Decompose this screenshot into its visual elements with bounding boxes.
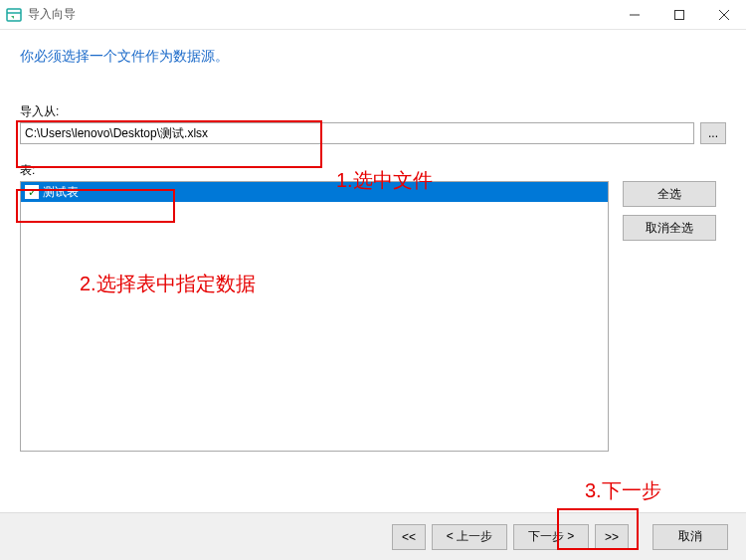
table-list[interactable]: ✓ 测试表 — [20, 181, 609, 452]
side-buttons: 全选 取消全选 — [623, 181, 716, 452]
select-all-button[interactable]: 全选 — [623, 181, 716, 207]
browse-button[interactable]: ... — [700, 122, 726, 144]
cancel-button[interactable]: 取消 — [653, 524, 728, 550]
last-button[interactable]: >> — [595, 524, 629, 550]
window-title: 导入向导 — [28, 6, 76, 23]
check-icon: ✓ — [25, 185, 39, 199]
close-button[interactable] — [701, 0, 746, 30]
table-item[interactable]: ✓ 测试表 — [21, 182, 608, 202]
annotation-text-3: 3.下一步 — [585, 477, 661, 504]
first-button[interactable]: << — [392, 524, 426, 550]
page-heading: 你必须选择一个文件作为数据源。 — [20, 48, 726, 66]
table-section: 表: ✓ 测试表 全选 取消全选 — [20, 162, 726, 452]
content-area: 你必须选择一个文件作为数据源。 导入从: ... 表: ✓ 测试表 全选 取消全… — [0, 30, 746, 452]
import-section: 导入从: ... — [20, 103, 726, 144]
table-item-label: 测试表 — [43, 184, 79, 201]
import-from-label: 导入从: — [20, 103, 726, 120]
file-path-input[interactable] — [20, 122, 694, 144]
maximize-button[interactable] — [656, 0, 701, 30]
tables-label: 表: — [20, 163, 35, 177]
app-icon — [6, 7, 22, 23]
deselect-all-button[interactable]: 取消全选 — [623, 215, 716, 241]
titlebar: 导入向导 — [0, 0, 746, 30]
svg-rect-3 — [674, 10, 683, 19]
next-button[interactable]: 下一步 > — [513, 524, 589, 550]
svg-rect-0 — [7, 9, 21, 21]
window-controls — [612, 0, 746, 30]
footer: << < 上一步 下一步 > >> 取消 — [0, 512, 746, 560]
minimize-button[interactable] — [612, 0, 656, 30]
prev-button[interactable]: < 上一步 — [432, 524, 507, 550]
